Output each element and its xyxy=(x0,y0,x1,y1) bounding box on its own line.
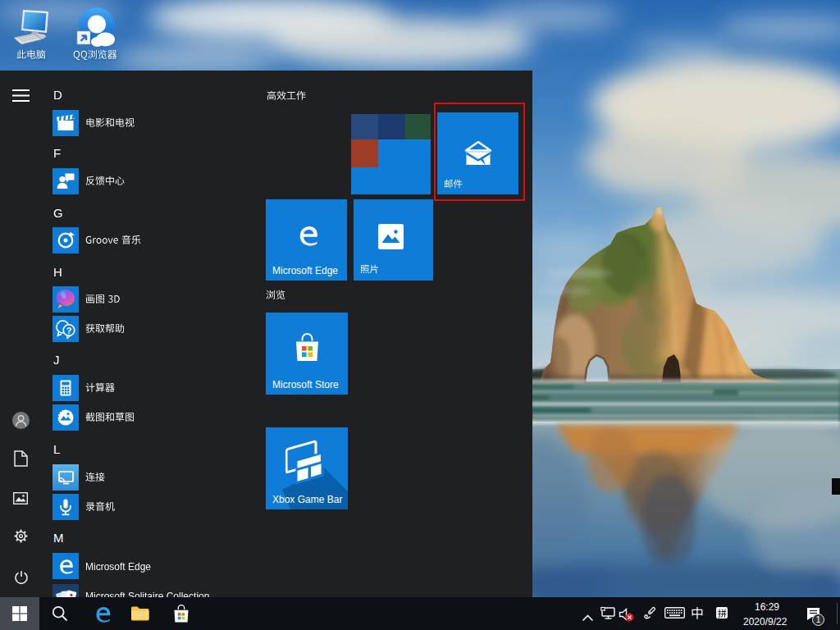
svg-text:?: ? xyxy=(66,326,72,336)
